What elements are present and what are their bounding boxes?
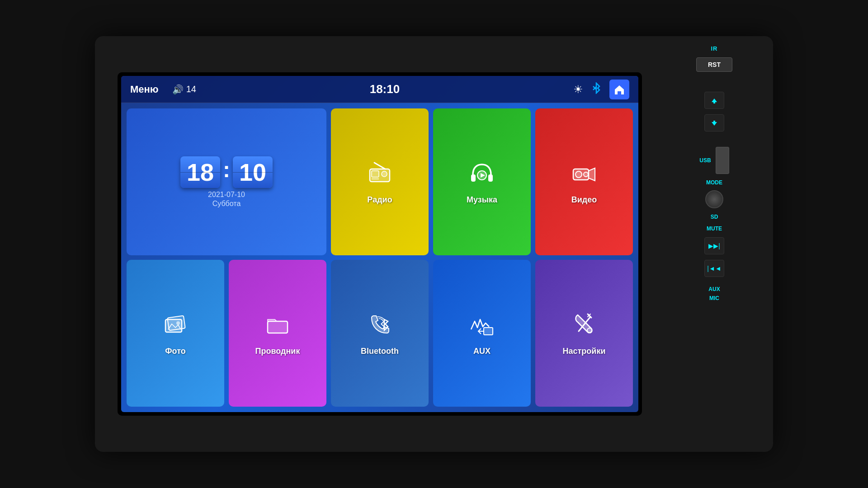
clock-topbar: 18:10	[205, 82, 564, 96]
aux-label: AUX	[473, 347, 491, 356]
screen-bezel: Меню 🔊 14 18:10 ☀	[118, 72, 642, 416]
svg-rect-19	[484, 328, 493, 335]
svg-marker-25	[712, 99, 717, 102]
clock-tile[interactable]: 18 : 10 2021-07-10 Суббота	[127, 108, 326, 255]
mute-label[interactable]: MUTE	[707, 225, 722, 232]
svg-marker-12	[589, 168, 595, 181]
music-icon	[467, 159, 496, 192]
explorer-tile[interactable]: Проводник	[229, 260, 326, 407]
svg-rect-28	[713, 121, 715, 122]
photo-icon	[161, 310, 190, 343]
video-tile[interactable]: Видео	[535, 108, 633, 255]
bluetooth-tile[interactable]: Bluetooth	[331, 260, 429, 407]
clock-colon: :	[223, 157, 230, 187]
volume-level: 14	[186, 84, 196, 94]
top-icons: ☀	[573, 80, 629, 99]
svg-rect-16	[268, 321, 288, 333]
explorer-label: Проводник	[255, 347, 300, 356]
bluetooth-label: Bluetooth	[361, 347, 399, 356]
svg-point-11	[584, 172, 588, 177]
svg-rect-2	[372, 171, 379, 177]
prev-button[interactable]: |◄◄	[704, 260, 724, 277]
radio-label: Радио	[367, 195, 392, 205]
photo-label: Фото	[165, 347, 185, 356]
next-button[interactable]: ▶▶|	[704, 237, 724, 254]
svg-point-15	[176, 321, 180, 325]
rst-button[interactable]: RST	[696, 57, 732, 72]
radio-icon	[365, 159, 394, 192]
main-screen: Меню 🔊 14 18:10 ☀	[121, 76, 638, 412]
right-panel: IR RST USB MODE SD MUTE ▶▶| |◄◄	[656, 36, 773, 452]
video-icon	[570, 159, 599, 192]
volume-area[interactable]: 🔊 14	[172, 84, 196, 95]
svg-point-10	[576, 171, 582, 178]
video-label: Видео	[571, 195, 597, 205]
explorer-icon	[263, 310, 292, 343]
clock-date: 2021-07-10	[208, 191, 245, 199]
photo-tile[interactable]: Фото	[127, 260, 224, 407]
radio-tile[interactable]: Радио	[331, 108, 429, 255]
settings-icon	[570, 310, 599, 343]
svg-rect-26	[713, 102, 715, 103]
app-grid: 18 : 10 2021-07-10 Суббота	[121, 103, 638, 412]
aux-tile[interactable]: AUX	[433, 260, 531, 407]
music-tile[interactable]: Музыка	[433, 108, 531, 255]
aux-port-label: AUX	[708, 286, 720, 292]
brightness-icon[interactable]: ☀	[573, 83, 583, 96]
bluetooth-status-icon	[590, 82, 602, 97]
vol-down-button[interactable]	[704, 114, 724, 131]
home-button[interactable]	[609, 80, 629, 99]
volume-icon: 🔊	[172, 84, 184, 95]
ir-label: IR	[711, 45, 718, 52]
svg-point-21	[587, 328, 592, 333]
svg-line-0	[374, 163, 385, 169]
bluetooth-tile-icon	[365, 310, 394, 343]
settings-tile[interactable]: Настройки	[535, 260, 633, 407]
usb-slot[interactable]	[716, 147, 729, 174]
mode-knob[interactable]	[705, 190, 723, 208]
svg-point-3	[382, 171, 387, 177]
svg-rect-6	[488, 174, 493, 182]
clock-day: Суббота	[212, 200, 241, 208]
clock-hours: 18	[180, 156, 220, 188]
vol-up-button[interactable]	[704, 92, 724, 109]
mode-label: MODE	[706, 179, 722, 186]
clock-display: 18 : 10	[180, 156, 273, 188]
settings-label: Настройки	[563, 347, 606, 356]
music-label: Музыка	[467, 195, 497, 205]
usb-label: USB	[699, 157, 711, 164]
svg-marker-27	[712, 122, 717, 126]
svg-rect-5	[471, 174, 476, 182]
mic-label: MIC	[709, 295, 719, 301]
clock-minutes: 10	[233, 156, 273, 188]
menu-label[interactable]: Меню	[130, 84, 159, 95]
aux-icon	[467, 310, 496, 343]
car-stereo-device: Меню 🔊 14 18:10 ☀	[95, 36, 773, 452]
sd-label: SD	[711, 214, 718, 220]
top-bar: Меню 🔊 14 18:10 ☀	[121, 76, 638, 103]
